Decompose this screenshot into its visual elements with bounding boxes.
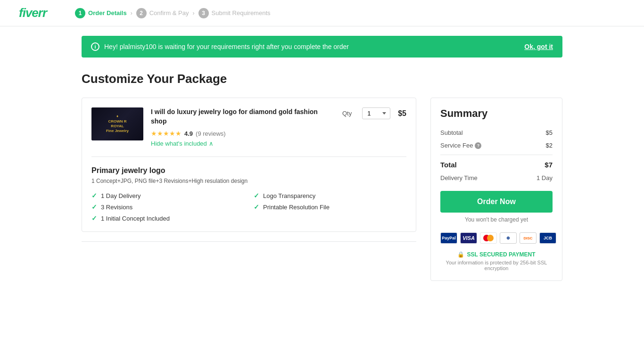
step-3-label: Submit Requirements (212, 9, 271, 16)
summary-title: Summary (440, 107, 553, 120)
total-row: Total $7 (440, 161, 553, 169)
header: fiverr 1 Order Details › 2 Confirm & Pay… (0, 0, 644, 26)
ssl-row: 🔒 SSL SECURED PAYMENT (440, 251, 553, 258)
breadcrumb: 1 Order Details › 2 Confirm & Pay › 3 Su… (75, 8, 270, 18)
feature-label: 3 Revisions (101, 204, 132, 211)
feature-label: 1 Day Delivery (101, 192, 141, 199)
package-name: Primary jewelry logo (91, 166, 406, 175)
service-fee-label: Service Fee ? (440, 142, 481, 149)
feature-item: ✓ 1 Day Delivery (91, 192, 244, 199)
mastercard-icon (480, 232, 497, 244)
product-price: $5 (398, 109, 406, 118)
no-charge-text: You won't be charged yet (440, 216, 553, 223)
package-description: 1 Concept+JPG, PNG file+3 Revisions+High… (91, 178, 406, 184)
step-1: 1 Order Details (75, 8, 127, 18)
diners-icon: ⊕ (500, 232, 517, 244)
info-icon: i (91, 42, 99, 51)
check-icon: ✓ (254, 203, 259, 211)
total-value: $7 (545, 161, 553, 169)
features-grid: ✓ 1 Day Delivery ✓ Logo Transparency ✓ 3… (91, 192, 406, 222)
main-content: i Hey! plalmisty100 is waiting for your … (63, 26, 581, 290)
feature-item: ✓ Logo Transparency (254, 192, 406, 199)
check-icon: ✓ (91, 203, 97, 211)
total-label: Total (440, 161, 457, 169)
right-col: Summary Subtotal $5 Service Fee ? $2 Tot… (430, 98, 562, 281)
chevron-up-icon: ∧ (209, 140, 214, 147)
product-image-decoration: ♦CROWN RROYALFine Jewelry (106, 114, 129, 134)
qty-select[interactable]: 1 2 3 (362, 107, 390, 119)
rating-row: ★★★★★ 4.9 (9 reviews) (151, 130, 335, 137)
discover-icon: DISC (520, 232, 537, 244)
subtotal-row: Subtotal $5 (440, 129, 553, 136)
feature-item: ✓ 3 Revisions (91, 203, 244, 211)
ssl-subtext: Your information is protected by 256-bit… (440, 260, 553, 271)
lock-icon: 🔒 (457, 251, 464, 258)
arrow-1: › (131, 10, 132, 16)
fiverr-logo[interactable]: fiverr (19, 6, 47, 20)
page-title: Customize Your Package (82, 72, 562, 86)
ssl-text: SSL SECURED PAYMENT (467, 251, 535, 258)
package-card: ♦CROWN RROYALFine Jewelry I will do luxu… (82, 98, 416, 232)
delivery-label: Delivery Time (440, 174, 478, 181)
two-col-layout: ♦CROWN RROYALFine Jewelry I will do luxu… (82, 98, 562, 281)
arrow-2: › (193, 10, 195, 16)
feature-item: ✓ 1 Initial Concept Included (91, 214, 244, 222)
section-divider (82, 241, 416, 242)
stars-icon: ★★★★★ (151, 130, 182, 137)
qty-price-row: Qty 1 2 3 $5 (342, 107, 406, 119)
alert-banner: i Hey! plalmisty100 is waiting for your … (82, 36, 562, 58)
product-image: ♦CROWN RROYALFine Jewelry (91, 107, 143, 140)
step-3-number: 3 (198, 8, 209, 18)
product-top-row: ♦CROWN RROYALFine Jewelry I will do luxu… (91, 107, 406, 147)
payment-icons: PayPal VISA ⊕ DISC JCB (440, 232, 553, 244)
hide-included-link[interactable]: Hide what's included ∧ (151, 140, 335, 147)
step-3: 3 Submit Requirements (198, 8, 271, 18)
step-2: 2 Confirm & Pay (136, 8, 189, 18)
subtotal-label: Subtotal (440, 129, 463, 136)
service-fee-row: Service Fee ? $2 (440, 142, 553, 149)
summary-divider (440, 155, 553, 155)
feature-label: 1 Initial Concept Included (101, 215, 170, 222)
jcb-icon: JCB (539, 232, 556, 244)
mc-orange-circle (487, 235, 494, 241)
left-col: ♦CROWN RROYALFine Jewelry I will do luxu… (82, 98, 416, 251)
feature-item: ✓ Printable Resolution File (254, 203, 406, 211)
rating-count: (9 reviews) (196, 130, 226, 137)
delivery-value: 1 Day (537, 174, 553, 181)
product-info: I will do luxury jewelry logo for diamon… (151, 107, 335, 147)
feature-label: Printable Resolution File (263, 204, 330, 211)
visa-icon: VISA (460, 232, 477, 244)
alert-left: i Hey! plalmisty100 is waiting for your … (91, 42, 349, 51)
service-fee-help-icon[interactable]: ? (475, 142, 481, 149)
qty-label: Qty (342, 110, 352, 117)
step-1-number: 1 (75, 8, 85, 18)
paypal-icon: PayPal (440, 232, 457, 244)
order-now-button[interactable]: Order Now (440, 191, 553, 213)
product-title: I will do luxury jewelry logo for diamon… (151, 107, 335, 126)
delivery-row: Delivery Time 1 Day (440, 174, 553, 181)
step-2-label: Confirm & Pay (149, 9, 189, 16)
subtotal-value: $5 (546, 129, 553, 136)
feature-label: Logo Transparency (263, 192, 315, 199)
service-fee-value: $2 (546, 142, 553, 149)
product-divider (91, 156, 406, 157)
check-icon: ✓ (91, 192, 97, 199)
product-image-inner: ♦CROWN RROYALFine Jewelry (91, 107, 143, 140)
alert-action[interactable]: Ok, got it (524, 43, 553, 50)
summary-card: Summary Subtotal $5 Service Fee ? $2 Tot… (430, 98, 562, 281)
rating-value: 4.9 (184, 130, 193, 137)
step-2-number: 2 (136, 8, 147, 18)
mastercard-inner (483, 235, 494, 241)
check-icon: ✓ (254, 192, 259, 199)
check-icon: ✓ (91, 214, 97, 222)
step-1-label: Order Details (88, 9, 127, 16)
alert-message: Hey! plalmisty100 is waiting for your re… (104, 43, 349, 50)
